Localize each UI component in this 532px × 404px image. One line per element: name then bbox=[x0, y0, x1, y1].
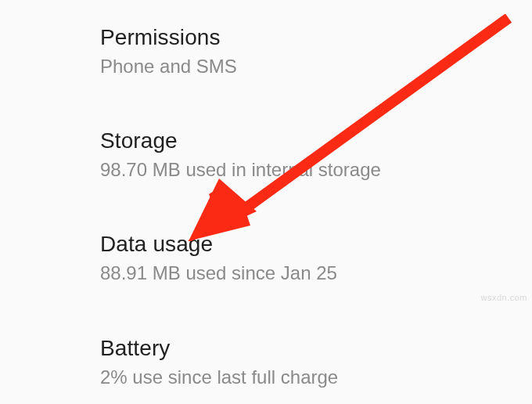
item-title: Storage bbox=[100, 127, 532, 154]
settings-item-storage[interactable]: Storage 98.70 MB used in internal storag… bbox=[100, 103, 532, 207]
item-subtitle: 98.70 MB used in internal storage bbox=[100, 157, 532, 182]
item-title: Battery bbox=[100, 334, 532, 362]
item-subtitle: Phone and SMS bbox=[100, 54, 532, 78]
item-subtitle: 2% use since last full charge bbox=[100, 365, 532, 389]
settings-item-battery[interactable]: Battery 2% use since last full charge bbox=[100, 311, 532, 404]
item-title: Permissions bbox=[100, 23, 532, 51]
settings-item-permissions[interactable]: Permissions Phone and SMS bbox=[100, 0, 532, 103]
settings-item-data-usage[interactable]: Data usage 88.91 MB used since Jan 25 bbox=[100, 207, 532, 310]
item-title: Data usage bbox=[100, 230, 532, 258]
watermark: wsxdn.com bbox=[480, 293, 527, 302]
item-subtitle: 88.91 MB used since Jan 25 bbox=[100, 261, 532, 285]
settings-list: Permissions Phone and SMS Storage 98.70 … bbox=[0, 0, 532, 404]
